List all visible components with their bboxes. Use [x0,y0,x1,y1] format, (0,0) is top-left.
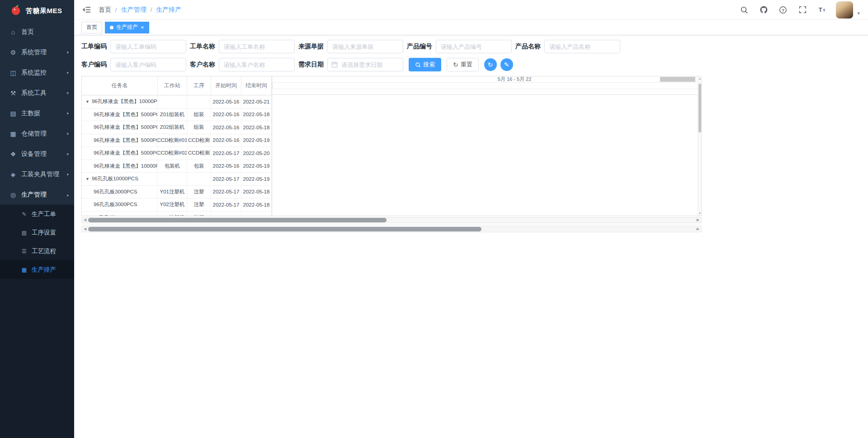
date-input[interactable] [327,58,403,71]
scrollbar-thumb[interactable] [88,218,387,222]
table-horizontal-scrollbar[interactable]: ◀ ▶ [81,226,702,232]
gantt-grid-row[interactable]: 96孔移液盒【黑色】5000PCSCCD检测#02CCD检测2022-05-17… [82,147,272,160]
filter-label: 来源单据 [298,42,324,51]
home-icon: ⌂ [9,28,17,36]
gantt-grid-row[interactable]: ▼96孔孔板10000PCS2022-05-172022-05-19 [82,173,272,186]
gantt-grid-header: 任务名工作站工序开始时间结束时间 [82,76,272,95]
text-input[interactable] [110,58,186,71]
tree-expand-icon[interactable]: ▼ [85,177,90,181]
edit-circle-button[interactable]: ✎ [500,58,513,71]
gantt-task-name: ▼96孔孔板10000PCS [82,173,158,185]
gantt-grid-cell: 组装 [187,108,211,121]
scroll-right-icon[interactable]: ▶ [695,217,701,223]
sidebar-subitem-0[interactable]: ✎生产工单 [0,205,74,223]
text-input[interactable] [219,40,295,53]
monitor-icon: ◫ [9,69,17,76]
font-size-icon[interactable]: T T [816,5,827,15]
gantt-grid-row[interactable]: ▼96孔移液盒【黑色】10000PCS2022-05-162022-05-21 [82,95,272,108]
tree-expand-icon[interactable]: ▼ [85,99,90,104]
gantt-grid-cell: Y02注塑机 [158,198,187,211]
sidebar-item-4[interactable]: ▤主数据▾ [0,103,74,123]
search-icon [415,62,421,68]
sidebar-item-0[interactable]: ⌂首页 [0,22,74,42]
gantt-panel: 任务名工作站工序开始时间结束时间 ▼96孔移液盒【黑色】10000PCS2022… [81,76,702,216]
filter-label: 客户编码 [81,61,107,69]
sync-icon: ↻ [488,61,493,68]
tab-item[interactable]: 首页 [81,22,102,33]
sidebar-item-1[interactable]: ⚙系统管理▾ [0,42,74,62]
refresh-circle-button[interactable]: ↻ [484,58,497,71]
fullscreen-icon[interactable] [797,5,808,15]
gantt-grid-cell [187,95,211,108]
gantt-grid-row[interactable]: 96孔移液盒【黑色】10000PCS包装机包装2022-05-162022-05… [82,160,272,173]
github-icon[interactable] [758,5,769,15]
sidebar-toggle-icon[interactable] [80,4,92,16]
gantt-grid-row[interactable]: 96孔孔板3000PCSY01注塑机注塑2022-05-172022-05-18 [82,186,272,199]
sidebar-item-7[interactable]: ◈工装夹具管理▾ [0,164,74,184]
main-area: 首页/生产管理/生产排产 ? [74,0,868,438]
breadcrumb-item[interactable]: 生产管理 [121,6,146,14]
tools-icon: ⚒ [9,89,17,97]
gantt-grid-cell: 组装 [187,121,211,134]
sidebar-subitem-1[interactable]: ▤工序设置 [0,223,74,242]
svg-text:T: T [819,6,822,13]
gantt-day-scale [272,83,698,89]
search-icon[interactable] [739,5,750,15]
app-logo[interactable]: 苦糖果MES [0,0,74,22]
gantt-grid-row[interactable]: 96孔孔板3000PCSY02注塑机注塑2022-05-172022-05-18 [82,198,272,212]
breadcrumb-item[interactable]: 首页 [99,6,111,14]
gantt-grid-cell: CCD检测#02 [158,147,187,160]
gantt-grid-row[interactable]: 96孔移液盒【黑色】5000PCSCCD检测#01CCD检测2022-05-16… [82,134,272,147]
gantt-grid-cell: 2022-05-18 [241,198,272,211]
gantt-task-name: ▼96孔移液盒【黑色】10000PCS [82,95,158,108]
gantt-grid-row[interactable]: 96孔孔板3000PCSY03注塑机注塑2022-05-172022-05-18 [82,212,272,216]
gantt-grid-body: ▼96孔移液盒【黑色】10000PCS2022-05-162022-05-219… [82,95,272,216]
breadcrumb-separator: / [151,6,152,13]
reset-button[interactable]: ↻ 重置 [447,58,479,71]
gantt-column-header: 开始时间 [211,76,241,95]
reset-button-label: 重置 [461,61,472,69]
topbar-actions: ? T T ▾ [739,1,860,19]
text-input[interactable] [544,40,620,53]
search-button-label: 搜索 [423,61,435,69]
text-input[interactable] [110,40,186,53]
gantt-task-name: 96孔孔板3000PCS [82,212,158,216]
text-input[interactable] [219,58,295,71]
scrollbar-thumb[interactable] [88,227,481,231]
breadcrumb: 首页/生产管理/生产排产 [99,6,181,14]
text-input[interactable] [327,40,403,53]
scroll-left-icon[interactable]: ◀ [82,226,88,232]
sidebar-item-label: 设备管理 [21,150,66,158]
gantt-task-name: 96孔移液盒【黑色】5000PCS [82,147,158,160]
gantt-grid-row[interactable]: 96孔移液盒【黑色】5000PCSZ01组装机组装2022-05-162022-… [82,108,272,122]
svg-text:T: T [823,8,826,13]
gantt-grid-cell: CCD检测 [187,134,211,147]
sidebar-item-3[interactable]: ⚒系统工具▾ [0,83,74,103]
gantt-grid-cell: 2022-05-19 [241,160,272,173]
search-button[interactable]: 搜索 [409,58,441,71]
gantt-scale-block[interactable] [660,77,695,82]
scroll-right-icon[interactable]: ▶ [695,226,701,232]
sidebar-subitem-3[interactable]: ▦生产排产 [0,260,74,279]
chevron-icon: ▾ [66,132,69,136]
sidebar-item-8[interactable]: ◎生产管理▴ [0,184,74,205]
tab-active[interactable]: 生产排产× [105,22,149,33]
help-icon[interactable]: ? [778,5,788,15]
gantt-column-header: 工作站 [158,76,187,95]
gantt-vertical-scrollbar[interactable]: ▲ ▼ [698,76,701,216]
sidebar-subitem-2[interactable]: ☰工艺流程 [0,242,74,260]
breadcrumb-item[interactable]: 生产排产 [156,6,181,14]
scroll-down-icon[interactable]: ▼ [698,212,702,215]
gantt-grid-row[interactable]: 96孔移液盒【黑色】5000PCSZ02组装机组装2022-05-162022-… [82,121,272,134]
sidebar-item-2[interactable]: ◫系统监控▾ [0,62,74,83]
text-input[interactable] [436,40,512,53]
sidebar-item-5[interactable]: ▦仓储管理▾ [0,123,74,144]
scrollbar-thumb[interactable] [698,84,701,132]
avatar[interactable] [836,1,853,19]
master-data-icon: ▤ [9,110,17,117]
tab-close-icon[interactable]: × [141,24,144,30]
scroll-up-icon[interactable]: ▲ [698,77,702,80]
sidebar-item-6[interactable]: ❖设备管理▾ [0,144,74,164]
scroll-left-icon[interactable]: ◀ [82,217,88,223]
gantt-horizontal-scrollbar[interactable]: ◀ ▶ [81,217,702,223]
